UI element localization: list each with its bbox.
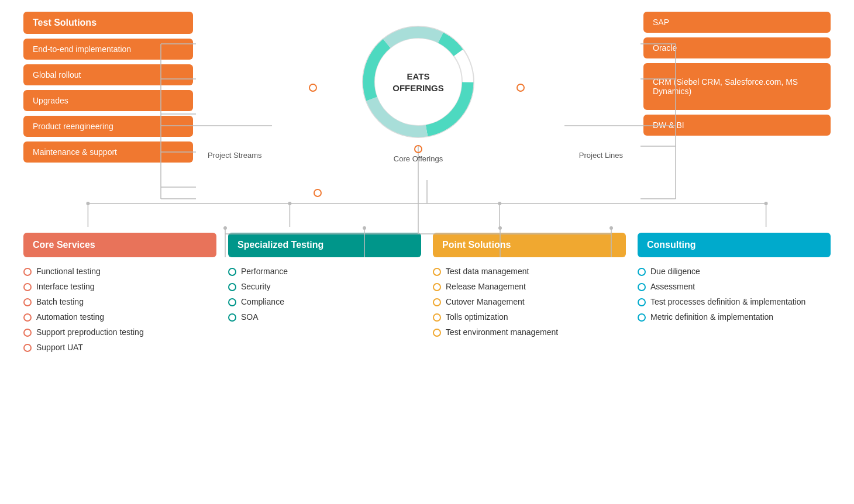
list-item: Due diligence — [638, 267, 831, 276]
list-item: Automation testing — [23, 312, 216, 322]
left-item-1: End-to-end implementation — [23, 39, 193, 60]
consulting-header: Consulting — [638, 233, 831, 257]
bullet-icon — [23, 344, 32, 352]
vertical-connector — [23, 180, 831, 227]
bullet-icon — [638, 268, 646, 276]
list-item: Release Management — [433, 282, 626, 291]
column-consulting: Consulting Due diligence Assessment Test… — [638, 233, 831, 358]
list-item: Security — [228, 282, 421, 291]
bullet-icon — [638, 298, 646, 306]
core-services-header: Core Services — [23, 233, 216, 257]
left-panel: Test Solutions End-to-end implementation… — [23, 12, 193, 163]
core-offerings-label: Core Offerings — [394, 154, 443, 163]
list-item: Assessment — [638, 282, 831, 291]
left-item-3: Upgrades — [23, 90, 193, 111]
svg-point-18 — [415, 146, 422, 153]
list-item: Batch testing — [23, 297, 216, 306]
column-point-solutions: Point Solutions Test data management Rel… — [433, 233, 626, 358]
svg-point-44 — [498, 202, 501, 205]
project-lines-label: Project Lines — [579, 151, 623, 160]
donut-line2: OFFERINGS — [392, 82, 444, 92]
point-solutions-header: Point Solutions — [433, 233, 626, 257]
bullet-icon — [638, 283, 646, 291]
left-panel-header: Test Solutions — [23, 12, 193, 34]
donut-line1: EATS — [407, 71, 430, 81]
bullet-icon — [228, 283, 236, 291]
bottom-connector-svg — [23, 180, 831, 227]
right-item-dwbi: DW & BI — [643, 115, 831, 136]
list-item: Cutover Management — [433, 297, 626, 306]
bullet-icon — [433, 283, 441, 291]
left-item-5: Maintenance & support — [23, 141, 193, 163]
bullet-icon — [433, 313, 441, 322]
left-item-2: Global rollout — [23, 64, 193, 85]
list-item: Test processes definition & implementati… — [638, 297, 831, 306]
right-item-crm: CRM (Siebel CRM, Salesforce.com, MS Dyna… — [643, 63, 831, 110]
right-item-oracle: Oracle — [643, 37, 831, 58]
svg-point-40 — [86, 202, 89, 205]
point-solutions-list: Test data management Release Management … — [433, 267, 626, 337]
list-item: Compliance — [228, 297, 421, 306]
list-item: Functional testing — [23, 267, 216, 276]
right-item-sap: SAP — [643, 12, 831, 33]
bullet-icon — [23, 298, 32, 306]
center-area: EATS OFFERINGS Project Streams Core Offe… — [193, 12, 643, 151]
svg-point-8 — [309, 84, 316, 91]
bullet-icon — [228, 268, 236, 276]
list-item: Interface testing — [23, 282, 216, 291]
bullet-icon — [228, 313, 236, 322]
donut-chart: EATS OFFERINGS — [354, 18, 483, 146]
core-services-list: Functional testing Interface testing Bat… — [23, 267, 216, 352]
list-item: SOA — [228, 312, 421, 322]
bullet-icon — [23, 283, 32, 291]
list-item: Metric definition & implementation — [638, 312, 831, 322]
svg-point-42 — [288, 202, 291, 205]
donut-label: EATS OFFERINGS — [392, 71, 444, 94]
bullet-icon — [433, 298, 441, 306]
specialized-testing-header: Specialized Testing — [228, 233, 421, 257]
column-core-services: Core Services Functional testing Interfa… — [23, 233, 216, 358]
bottom-columns: Core Services Functional testing Interfa… — [23, 233, 831, 358]
left-item-4: Product reengineering — [23, 116, 193, 137]
column-specialized-testing: Specialized Testing Performance Security… — [228, 233, 421, 358]
list-item: Support UAT — [23, 343, 216, 352]
bullet-icon — [23, 329, 32, 337]
bullet-icon — [638, 313, 646, 322]
list-item: Test data management — [433, 267, 626, 276]
list-item: Performance — [228, 267, 421, 276]
project-streams-label: Project Streams — [208, 151, 261, 160]
bullet-icon — [23, 313, 32, 322]
svg-point-16 — [517, 84, 524, 91]
list-item: Tolls optimization — [433, 312, 626, 322]
bullet-icon — [23, 268, 32, 276]
svg-point-46 — [765, 202, 768, 205]
bullet-icon — [433, 329, 441, 337]
list-item: Test environment management — [433, 327, 626, 337]
consulting-list: Due diligence Assessment Test processes … — [638, 267, 831, 322]
bullet-icon — [228, 298, 236, 306]
specialized-testing-list: Performance Security Compliance SOA — [228, 267, 421, 322]
bullet-icon — [433, 268, 441, 276]
list-item: Support preproduction testing — [23, 327, 216, 337]
top-section: Test Solutions End-to-end implementation… — [23, 12, 831, 163]
right-panel: SAP Oracle CRM (Siebel CRM, Salesforce.c… — [643, 12, 831, 136]
